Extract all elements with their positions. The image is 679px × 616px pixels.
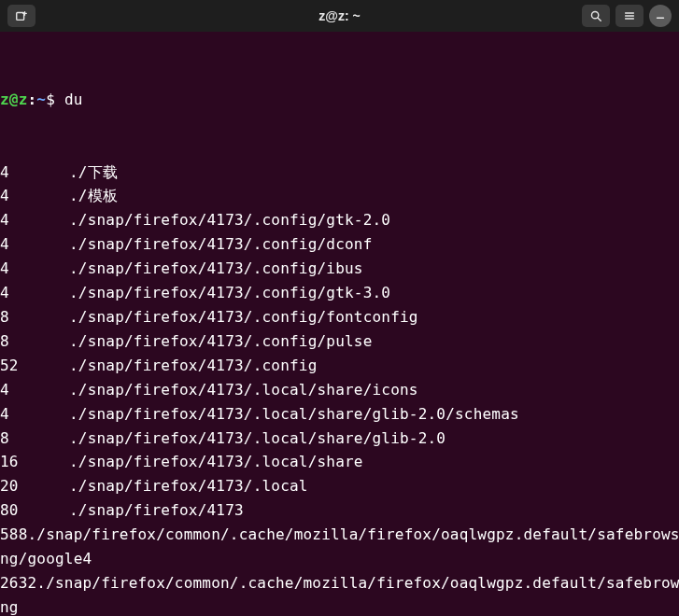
prompt-colon: : <box>28 91 37 108</box>
du-path: ./snap/firefox/4173/.config/dconf <box>69 232 372 257</box>
hamburger-icon <box>623 9 636 22</box>
du-path-wrap: ng <box>0 595 679 616</box>
du-size: 8 <box>0 305 69 329</box>
titlebar-right-group <box>582 5 672 27</box>
command-text: du <box>64 91 83 108</box>
hamburger-menu-button[interactable] <box>615 5 644 27</box>
du-row: 8./snap/firefox/4173/.config/pulse <box>0 329 679 354</box>
du-row: 2632./snap/firefox/common/.cache/mozilla… <box>0 571 679 595</box>
new-tab-button[interactable] <box>7 5 35 27</box>
du-path: ./下载 <box>69 161 118 185</box>
du-row: 8./snap/firefox/4173/.config/fontconfig <box>0 305 679 329</box>
prompt-userhost: z@z <box>0 91 28 108</box>
window-minimize-button[interactable] <box>649 5 672 27</box>
du-size: 4 <box>0 378 69 402</box>
du-path: ./snap/firefox/4173/.config <box>69 354 318 378</box>
titlebar: z@z: ~ <box>0 0 679 32</box>
du-path: ./snap/firefox/common/.cache/mozilla/fir… <box>28 523 680 547</box>
du-size: 8 <box>0 329 69 354</box>
du-path: ./snap/firefox/4173/.local/share/glib-2.… <box>69 402 519 427</box>
new-tab-icon <box>15 9 28 22</box>
du-row: 20./snap/firefox/4173/.local <box>0 474 679 498</box>
minimize-icon <box>654 9 667 22</box>
du-row: 4./下载 <box>0 161 679 185</box>
du-row: 52./snap/firefox/4173/.config <box>0 354 679 378</box>
du-size: 52 <box>0 354 69 378</box>
du-row: 80./snap/firefox/4173 <box>0 498 679 523</box>
du-row: 4./snap/firefox/4173/.config/dconf <box>0 232 679 257</box>
du-path: ./snap/firefox/common/.cache/mozilla/fir… <box>36 571 679 595</box>
prompt-dollar: $ <box>46 91 55 108</box>
du-path: ./snap/firefox/4173/.local <box>69 474 308 498</box>
search-button[interactable] <box>582 5 610 27</box>
du-row: 588./snap/firefox/common/.cache/mozilla/… <box>0 523 679 547</box>
du-path: ./snap/firefox/4173/.local/share <box>69 450 363 474</box>
du-path: ./snap/firefox/4173/.config/ibus <box>69 257 363 281</box>
du-size: 2632 <box>0 571 36 595</box>
du-row: 16./snap/firefox/4173/.local/share <box>0 450 679 474</box>
prompt-path: ~ <box>36 91 46 108</box>
du-path: ./模板 <box>69 184 118 208</box>
du-size: 4 <box>0 281 69 305</box>
du-size: 4 <box>0 184 69 208</box>
prompt-line: z@z:~$ du <box>0 88 679 112</box>
du-path: ./snap/firefox/4173/.config/fontconfig <box>69 305 418 329</box>
window-title: z@z: ~ <box>0 8 679 23</box>
du-path: ./snap/firefox/4173/.config/gtk-3.0 <box>69 281 390 305</box>
terminal-output[interactable]: z@z:~$ du 4./下载4./模板4./snap/firefox/4173… <box>0 32 679 616</box>
du-size: 20 <box>0 474 69 498</box>
du-path: ./snap/firefox/4173/.config/pulse <box>69 329 372 354</box>
du-size: 80 <box>0 498 69 523</box>
du-size: 588 <box>0 523 28 547</box>
du-row: 4./snap/firefox/4173/.config/ibus <box>0 257 679 281</box>
du-size: 4 <box>0 232 69 257</box>
titlebar-left-group <box>7 5 35 27</box>
du-row: 4./模板 <box>0 184 679 208</box>
du-size: 4 <box>0 257 69 281</box>
du-size: 4 <box>0 402 69 427</box>
du-row: 4./snap/firefox/4173/.config/gtk-2.0 <box>0 208 679 232</box>
du-path-wrap: ng/google4 <box>0 547 679 571</box>
search-icon <box>589 9 602 22</box>
du-row: 8./snap/firefox/4173/.local/share/glib-2… <box>0 427 679 451</box>
du-size: 4 <box>0 161 69 185</box>
du-path: ./snap/firefox/4173 <box>69 498 244 523</box>
du-path: ./snap/firefox/4173/.local/share/glib-2.… <box>69 427 446 451</box>
du-row: 4./snap/firefox/4173/.local/share/glib-2… <box>0 402 679 427</box>
du-row: 4./snap/firefox/4173/.config/gtk-3.0 <box>0 281 679 305</box>
du-size: 8 <box>0 427 69 451</box>
du-size: 16 <box>0 450 69 474</box>
du-path: ./snap/firefox/4173/.config/gtk-2.0 <box>69 208 390 232</box>
du-path: ./snap/firefox/4173/.local/share/icons <box>69 378 418 402</box>
du-row: 4./snap/firefox/4173/.local/share/icons <box>0 378 679 402</box>
du-size: 4 <box>0 208 69 232</box>
